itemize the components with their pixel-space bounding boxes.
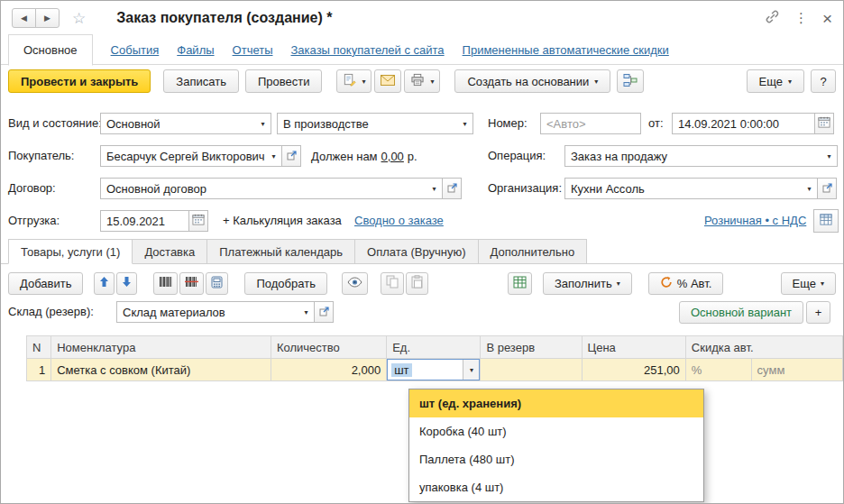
contract-select[interactable]: Основной договор ▾ <box>100 178 443 199</box>
dropdown-option[interactable]: Паллета (480 шт) <box>409 445 703 473</box>
fill-button[interactable]: Заполнить ▾ <box>543 272 632 295</box>
cell-discount-pct[interactable]: % <box>685 359 751 381</box>
organization-open-button[interactable] <box>817 178 837 199</box>
favorite-star-icon[interactable]: ☆ <box>72 9 86 28</box>
send-email-button[interactable] <box>374 69 401 93</box>
post-button[interactable]: Провести <box>245 69 323 93</box>
chevron-down-icon[interactable]: ▾ <box>427 179 442 198</box>
contract-value: Основной договор <box>101 182 427 196</box>
barcode-scan-button[interactable] <box>179 272 204 295</box>
tab-goods-services[interactable]: Товары, услуги (1) <box>8 239 133 264</box>
col-unit[interactable]: Ед. <box>387 336 481 359</box>
get-link-icon[interactable] <box>765 9 780 27</box>
subordination-structure-button[interactable] <box>617 69 644 93</box>
unit-select[interactable]: шт ▾ <box>387 359 480 380</box>
move-down-button[interactable] <box>116 272 137 295</box>
write-button[interactable]: Записать <box>163 69 239 93</box>
move-up-button[interactable] <box>94 272 115 295</box>
customer-open-button[interactable] <box>281 145 301 167</box>
create-on-base-button[interactable]: Создать на основании ▾ <box>454 69 610 93</box>
command-bar: Провести и закрыть Записать Провести ▾ ▾… <box>1 68 843 95</box>
view-button[interactable] <box>342 272 368 295</box>
chevron-down-icon[interactable]: ▾ <box>802 179 817 198</box>
tab-additional[interactable]: Дополнительно <box>478 239 588 264</box>
paste-rows-button[interactable] <box>406 272 428 295</box>
col-nomenclature[interactable]: Номенклатура <box>51 336 271 359</box>
tab-reports[interactable]: Отчеты <box>233 43 273 57</box>
printer-icon <box>410 73 425 89</box>
auto-discount-button[interactable]: % Авт. <box>648 272 724 295</box>
new-document-button[interactable]: ▾ <box>336 69 372 93</box>
chevron-down-icon[interactable]: ▾ <box>821 146 837 166</box>
cell-discount-sum[interactable]: сумм <box>751 359 842 381</box>
col-n[interactable]: N <box>27 336 51 359</box>
price-info-button[interactable] <box>813 209 839 233</box>
variant-button[interactable]: Основной вариант <box>679 301 803 324</box>
table-row[interactable]: 1 Сметка с совком (Китай) 2,000 шт ▾ 251… <box>27 359 843 381</box>
help-button[interactable]: ? <box>811 69 836 93</box>
items-more-button[interactable]: Еще ▾ <box>781 272 836 295</box>
cell-quantity[interactable]: 2,000 <box>271 359 386 381</box>
shipment-date-value: 15.09.2021 <box>101 215 188 228</box>
order-state-select[interactable]: В производстве ▾ <box>277 113 473 134</box>
shipment-calendar-button[interactable] <box>188 210 208 232</box>
cell-n[interactable]: 1 <box>27 359 51 381</box>
refresh-icon <box>660 276 673 291</box>
col-reserve[interactable]: В резерв <box>481 336 582 359</box>
organization-select[interactable]: Кухни Ассоль ▾ <box>564 178 818 199</box>
cell-reserve[interactable] <box>481 359 582 381</box>
col-quantity[interactable]: Количество <box>271 336 386 359</box>
cell-unit[interactable]: шт ▾ <box>387 359 481 381</box>
col-auto-discount[interactable]: Скидка авт. <box>685 336 842 359</box>
warehouse-open-button[interactable] <box>314 301 334 323</box>
dropdown-option[interactable]: Коробка (40 шт) <box>409 417 703 445</box>
dropdown-option-selected[interactable]: шт (ед. хранения) <box>409 389 703 417</box>
tab-auto-discounts[interactable]: Примененные автоматические скидки <box>463 43 669 57</box>
add-row-button[interactable]: Добавить <box>8 272 83 295</box>
chevron-down-icon[interactable]: ▾ <box>457 114 472 133</box>
debt-amount-link[interactable]: 0,00 <box>381 150 404 163</box>
dropdown-option[interactable]: упаковка (4 шт) <box>409 473 703 501</box>
more-menu-icon[interactable]: ⋮ <box>794 10 808 26</box>
chevron-down-icon[interactable]: ▾ <box>463 360 479 380</box>
add-variant-button[interactable]: + <box>806 301 830 324</box>
print-button[interactable]: ▾ <box>404 69 440 93</box>
tab-delivery[interactable]: Доставка <box>132 239 207 264</box>
tab-files[interactable]: Файлы <box>177 43 214 57</box>
organization-label: Организация: <box>488 178 562 199</box>
close-icon[interactable]: × <box>822 10 832 27</box>
order-kind-value: Основной <box>101 117 255 131</box>
chevron-down-icon[interactable]: ▾ <box>266 146 281 166</box>
tab-site-orders[interactable]: Заказы покупателей с сайта <box>291 43 445 57</box>
number-input[interactable]: <Авто> <box>540 113 641 134</box>
doc-date-calendar-button[interactable] <box>814 113 834 134</box>
chevron-down-icon[interactable]: ▾ <box>298 302 314 322</box>
barcode-button[interactable] <box>153 272 178 295</box>
order-summary-link[interactable]: Сводно о заказе <box>354 210 444 232</box>
contract-open-button[interactable] <box>442 178 462 199</box>
order-kind-select[interactable]: Основной ▾ <box>100 113 271 134</box>
order-calculation-toggle[interactable]: + Калькуляция заказа <box>223 210 342 232</box>
customer-select[interactable]: Бесарчук Сергей Викторович ▾ <box>100 145 282 167</box>
warehouse-select[interactable]: Склад материалов ▾ <box>116 301 315 323</box>
tab-payment-calendar[interactable]: Платежный календарь <box>206 239 355 264</box>
nav-back-button[interactable]: ◀ <box>12 8 36 28</box>
cell-price[interactable]: 251,00 <box>582 359 685 381</box>
cell-nomenclature[interactable]: Сметка с совком (Китай) <box>51 359 271 381</box>
shipment-date-input[interactable]: 15.09.2021 <box>100 210 189 232</box>
post-and-close-button[interactable]: Провести и закрыть <box>8 69 151 93</box>
col-price[interactable]: Цена <box>582 336 685 359</box>
price-type-link[interactable]: Розничная • с НДС <box>704 210 806 232</box>
doc-date-input[interactable]: 14.09.2021 0:00:00 <box>672 113 815 134</box>
tab-events[interactable]: События <box>111 43 160 57</box>
tab-main[interactable]: Основное <box>8 34 93 66</box>
tab-payment-manual[interactable]: Оплата (Вручную) <box>354 239 478 264</box>
data-terminal-button[interactable] <box>206 272 228 295</box>
load-table-button[interactable] <box>508 272 532 295</box>
pick-items-button[interactable]: Подобрать <box>244 272 326 295</box>
copy-rows-button[interactable] <box>381 272 404 295</box>
more-button[interactable]: Еще ▾ <box>747 69 804 93</box>
nav-forward-button[interactable]: ▶ <box>35 8 60 28</box>
chevron-down-icon[interactable]: ▾ <box>255 114 271 133</box>
operation-select[interactable]: Заказ на продажу ▾ <box>564 145 838 167</box>
